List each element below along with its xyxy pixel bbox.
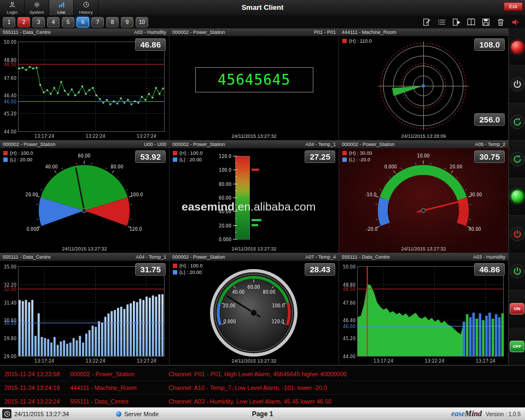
panel-channel: P01 - P01 (314, 30, 336, 35)
page-button-10[interactable]: 10 (136, 17, 148, 27)
page-button-2[interactable]: 2 (18, 17, 30, 27)
alarm-time: 2015-11-24 13:24:18 (4, 384, 70, 391)
toolbar (422, 18, 522, 27)
panel-legend: (H) : 110.0 (342, 38, 372, 45)
tab-label: History (79, 10, 93, 15)
gear-icon (33, 1, 40, 9)
edit-icon[interactable] (422, 18, 431, 27)
off-button[interactable]: OFF (509, 328, 525, 365)
page-button-3[interactable]: 3 (32, 17, 45, 27)
tab-history[interactable]: History (74, 0, 98, 15)
clock-icon (2, 409, 11, 418)
page-button-9[interactable]: 9 (121, 17, 133, 27)
refresh-icon (510, 152, 524, 166)
panel-station: 555111 - Data_Centre (3, 254, 51, 260)
legend-high-swatch (342, 39, 347, 43)
page-button-5[interactable]: 5 (62, 17, 74, 27)
server-dot-icon (116, 411, 121, 417)
panel-legend: (H) : 100.0 (L) : 20.00 (3, 150, 33, 164)
panel-legend: (H) : 100.0 (L) : 20.00 (173, 150, 203, 164)
panel-channel: A03 - Humidity (134, 30, 166, 35)
value-readout: 31.75 (135, 263, 166, 276)
legend-low-swatch (173, 270, 177, 275)
panel-timestamp: 24/11/2015 13:27:32 (170, 358, 339, 364)
alarm-station: 555111 - Data_Centre (70, 398, 168, 405)
exit-button[interactable]: Exit (504, 2, 523, 11)
alarm-row[interactable]: 2015-11-24 13:23:58 000002 - Power_Stati… (0, 368, 525, 381)
legend-low-swatch (342, 158, 347, 162)
page-button-4[interactable]: 4 (47, 17, 60, 27)
refresh-button-2[interactable] (509, 141, 525, 178)
tab-live[interactable]: Live (49, 0, 74, 15)
panel-semi-gauge-u00: 000002 - Power_StationU00 - U00 (H) : 10… (0, 141, 170, 253)
alarm-row[interactable]: 2015-11-24 13:24:18 444111 - Machine_Roo… (0, 381, 525, 395)
panel-timestamp: 24/11/2015 13:28:09 (339, 133, 508, 139)
legend-high-swatch (173, 151, 177, 155)
alarm-list: 2015-11-24 13:23:58 000002 - Power_Stati… (0, 365, 525, 407)
live-chart-icon (58, 1, 65, 9)
panel-channel: A04 - Temp_1 (305, 142, 336, 147)
panel-semi-gauge-temp2: 000002 - Power_StationA05 - Temp_2 (H) :… (339, 141, 509, 253)
legend-high-swatch (173, 264, 177, 268)
round-gauge (170, 261, 338, 365)
current-page-label: Page 1 (0, 410, 525, 418)
value-readout: 108.0 (474, 38, 505, 51)
brand-group: easeMind Version : 1.0.5 (451, 410, 525, 418)
panel-channel: A05 - Temp_2 (475, 142, 505, 147)
red-lamp-icon (511, 41, 523, 53)
smart-client-app: Login System Live History Smart Client E… (0, 0, 525, 420)
page-button-8[interactable]: 8 (106, 17, 119, 27)
panel-channel: U00 - U00 (144, 142, 166, 147)
export-play-icon[interactable] (452, 18, 461, 27)
bar-history-chart (0, 261, 168, 365)
version-label: Version : 1.0.5 (486, 411, 521, 417)
panel-station: 000002 - Power_Station (172, 254, 225, 260)
on-button[interactable]: ON (509, 290, 525, 328)
refresh-button-1[interactable] (509, 103, 525, 141)
page-selector-row: 1 2 3 4 5 6 7 8 9 10 (0, 15, 525, 28)
value-readout: 46.86 (135, 38, 166, 51)
green-lamp-button[interactable] (509, 178, 525, 215)
panel-station: 000002 - Power_Station (172, 142, 225, 147)
power-button[interactable] (509, 66, 525, 103)
power-off-button[interactable] (509, 215, 525, 253)
value-readout: 30.75 (474, 150, 505, 163)
dashboard-grid: 555111 - Data_CentreA03 - Humidity 46.86… (0, 28, 509, 365)
legend-low-swatch (3, 158, 8, 162)
power-green-icon (510, 264, 524, 278)
list-icon[interactable] (437, 18, 446, 27)
alarm-message: Channel: P01 - P01, High Level Alarm, 45… (168, 371, 525, 377)
panel-channel: A03 - Humidity (473, 254, 505, 260)
on-label: ON (510, 303, 524, 314)
semicircle-gauge (339, 148, 508, 252)
mute-speaker-icon[interactable] (511, 18, 520, 27)
panel-radar: 444111 - Machine_Room (H) : 110.0 108.0 … (339, 28, 509, 141)
panel-thermometer: 000002 - Power_StationA04 - Temp_1 (H) :… (170, 141, 339, 253)
panel-timestamp: 24/11/2015 13:27:32 (170, 133, 339, 139)
save-icon[interactable] (481, 18, 491, 27)
tab-label: Live (57, 10, 66, 15)
bookmark-icon[interactable] (466, 18, 476, 27)
legend-low-swatch (173, 158, 177, 162)
panel-timestamp: 24/11/2015 13:27:32 (0, 246, 169, 252)
power-on-button[interactable] (509, 253, 525, 290)
alarm-row[interactable]: 2015-11-24 13:23:24 555111 - Data_Centre… (0, 395, 525, 409)
emergency-lamp-button[interactable] (509, 28, 525, 66)
page-button-7[interactable]: 7 (91, 17, 104, 27)
tab-login[interactable]: Login (0, 0, 25, 15)
panel-station: 000002 - Power_Station (172, 30, 225, 35)
alarm-message: Channel: A10 - Temp_7, Low Level Alarm, … (168, 384, 525, 391)
page-button-6[interactable]: 6 (77, 17, 89, 27)
history-clock-icon (83, 1, 90, 9)
status-bar: 24/11/2015 13:27:34 Server Mode Page 1 e… (0, 407, 525, 420)
trash-icon[interactable] (496, 18, 505, 27)
tab-system[interactable]: System (25, 0, 49, 15)
power-icon (510, 77, 524, 91)
panel-channel: A07 - Temp_4 (305, 254, 336, 260)
refresh-icon (510, 115, 524, 129)
value-readout-secondary: 256.0 (474, 113, 505, 126)
page-button-1[interactable]: 1 (3, 17, 15, 27)
top-tab-bar: Login System Live History Smart Client E… (0, 0, 525, 16)
status-datetime: 24/11/2015 13:27:34 (14, 411, 69, 417)
panel-channel: A04 - Temp_1 (136, 254, 166, 260)
